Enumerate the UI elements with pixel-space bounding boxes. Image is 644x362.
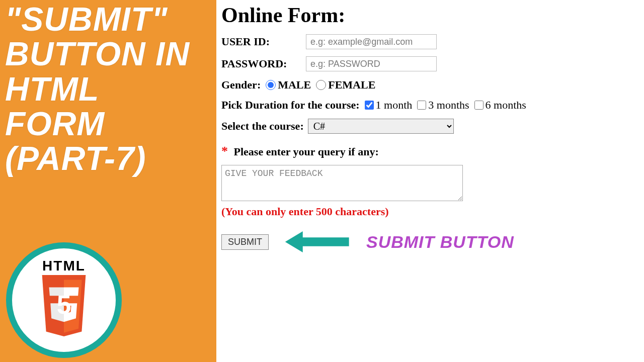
html5-logo-badge: HTML 5	[6, 242, 122, 358]
duration-option-6months: 6 months	[486, 99, 526, 112]
duration-checkbox-3months[interactable]	[417, 101, 426, 110]
required-asterisk: *	[221, 144, 228, 158]
html5-shield-icon: 5	[34, 275, 94, 343]
duration-checkbox-1month[interactable]	[365, 101, 374, 110]
gender-row: Gender: MALE FEMALE	[221, 78, 634, 92]
query-textarea[interactable]	[221, 165, 463, 201]
gender-radio-male[interactable]	[266, 80, 276, 90]
banner-headline: "SUBMIT" BUTTON IN HTML FORM (PART-7)	[5, 2, 201, 176]
gender-radio-female[interactable]	[316, 80, 326, 90]
left-banner: "SUBMIT" BUTTON IN HTML FORM (PART-7) HT…	[0, 0, 216, 362]
duration-option-3months: 3 months	[428, 99, 469, 112]
html5-logo-text: HTML	[42, 258, 86, 274]
gender-label: Gender:	[221, 78, 261, 92]
query-label-row: * Please enter your query if any:	[221, 144, 634, 159]
user-id-input[interactable]	[306, 34, 437, 49]
password-input[interactable]	[306, 56, 437, 71]
submit-row: SUBMIT SUBMIT BUTTON	[221, 227, 634, 256]
course-select[interactable]: C#	[308, 119, 454, 134]
duration-label: Pick Duration for the course:	[221, 99, 360, 112]
password-row: PASSWORD:	[221, 56, 634, 71]
duration-checkbox-6months[interactable]	[474, 101, 484, 110]
gender-option-male: MALE	[278, 78, 311, 92]
duration-option-1month: 1 month	[376, 99, 413, 112]
user-id-row: USER ID:	[221, 34, 634, 49]
svg-text:5: 5	[57, 290, 71, 319]
course-label: Select the course:	[221, 120, 304, 133]
duration-row: Pick Duration for the course: 1 month 3 …	[221, 99, 634, 112]
submit-button[interactable]: SUBMIT	[221, 234, 269, 250]
query-label: Please enter your query if any:	[234, 145, 379, 158]
user-id-label: USER ID:	[221, 35, 298, 48]
form-container: Online Form: USER ID: PASSWORD: Gender: …	[221, 0, 634, 256]
arrow-left-icon	[281, 227, 351, 256]
char-limit-hint: (You can only enter 500 characters)	[221, 205, 634, 218]
submit-callout: SUBMIT BUTTON	[366, 232, 514, 252]
password-label: PASSWORD:	[221, 57, 298, 70]
course-row: Select the course: C#	[221, 119, 634, 134]
page-title: Online Form:	[221, 3, 634, 27]
gender-option-female: FEMALE	[328, 78, 375, 92]
